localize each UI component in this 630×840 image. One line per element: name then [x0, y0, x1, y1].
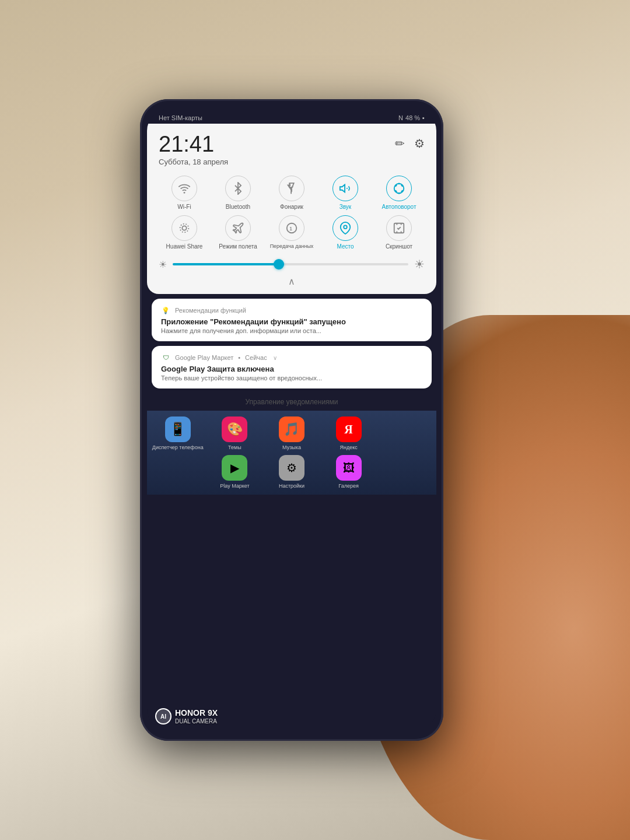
huawei-share-icon-wrap: [172, 215, 197, 241]
notif-app-name-0: Рекомендации функций: [175, 307, 246, 314]
app-icon-yandex[interactable]: Я Яндекс: [323, 416, 375, 450]
notif-header-0: 💡 Рекомендации функций: [161, 306, 422, 315]
toggle-airplane[interactable]: Режим полета: [212, 215, 264, 250]
qs-date: Суббота, 18 апреля: [159, 158, 228, 166]
edit-icon[interactable]: ✏: [395, 136, 405, 150]
manage-notifications-label: Управление уведомлениями: [245, 398, 338, 406]
qs-time-date: 21:41 Суббота, 18 апреля: [159, 133, 228, 166]
honor-camera: DUAL CAMERA: [175, 718, 218, 724]
app-icon-music[interactable]: 🎵 Музыка: [265, 416, 318, 450]
status-nfc: N: [398, 114, 403, 121]
collapse-arrow[interactable]: ∧: [159, 276, 425, 287]
toggle-location[interactable]: Место: [320, 215, 371, 250]
airplane-label: Режим полета: [219, 243, 257, 250]
brightness-track[interactable]: [173, 263, 408, 265]
status-bar: Нет SIM-карты N 48 % ▪: [147, 110, 436, 124]
notif-body-0: Нажмите для получения доп. информации ил…: [161, 327, 422, 334]
bluetooth-label: Bluetooth: [226, 204, 250, 211]
svg-point-6: [182, 226, 186, 230]
app-icon-dispatcher[interactable]: 📱 Диспетчер телефона: [152, 416, 204, 450]
toggle-autorotate[interactable]: Автоповорот: [373, 176, 425, 211]
honor-model: HONOR 9X: [175, 708, 218, 718]
app-icon-playmarket[interactable]: ▶ Play Маркет: [209, 455, 261, 489]
notification-card-1[interactable]: 🛡 Google Play Маркет • Сейчас ∨ Google P…: [152, 346, 432, 388]
playmarket-label: Play Маркет: [220, 483, 249, 489]
phone-screen: Нет SIM-карты N 48 % ▪ 21:41 Суббота, 18…: [147, 110, 436, 730]
notif-app-icon-1: 🛡: [161, 353, 170, 362]
autorotate-icon: [393, 182, 405, 195]
yandex-icon: Я: [336, 416, 362, 442]
flashlight-label: Фонарик: [280, 204, 303, 211]
playmarket-icon: ▶: [222, 455, 247, 481]
notification-card-0[interactable]: 💡 Рекомендации функций Приложение "Реком…: [152, 299, 432, 341]
status-battery: 48 %: [405, 114, 420, 121]
svg-point-10: [344, 225, 347, 229]
battery-icon: ▪: [422, 114, 425, 121]
notif-dot: •: [238, 354, 240, 361]
autorotate-label: Автоповорот: [382, 204, 416, 211]
qs-header-icons: ✏ ⚙: [395, 136, 425, 150]
screenshot-label: Скриншот: [386, 243, 412, 250]
huawei-share-label: Huawei Share: [166, 243, 203, 250]
music-icon: 🎵: [279, 416, 304, 442]
toggle-bluetooth[interactable]: Bluetooth: [212, 176, 264, 211]
location-icon-wrap: [332, 215, 358, 241]
app-icon-settings[interactable]: ⚙ Настройки: [265, 455, 318, 489]
manage-notifications[interactable]: Управление уведомлениями: [152, 393, 432, 411]
sound-icon-wrap: [332, 176, 358, 201]
empty-icon2: [165, 455, 191, 481]
app-icon-empty2: [152, 455, 204, 489]
gallery-icon: 🖼: [336, 455, 362, 481]
svg-point-3: [394, 184, 404, 194]
app-icon-themes[interactable]: 🎨 Темы: [209, 416, 261, 450]
screenshot-icon-wrap: [386, 215, 412, 241]
empty-icon: [393, 416, 418, 442]
toggle-sound[interactable]: Звук: [320, 176, 371, 211]
toggle-huawei-share[interactable]: Huawei Share: [159, 215, 210, 250]
flashlight-icon: [285, 182, 298, 195]
home-screen: 📱 Диспетчер телефона 🎨 Темы 🎵 Музыка Я Я…: [147, 411, 436, 495]
autorotate-icon-wrap: [386, 176, 412, 201]
notif-title-0: Приложение "Рекомендации функций" запуще…: [161, 317, 422, 326]
honor-watermark: AI HONOR 9X DUAL CAMERA: [155, 708, 218, 724]
brightness-row: ☀ ☀: [159, 257, 425, 271]
brightness-high-icon: ☀: [414, 257, 425, 271]
honor-text-block: HONOR 9X DUAL CAMERA: [175, 708, 218, 724]
toggle-data-transfer[interactable]: 1 Передача данных: [266, 215, 317, 250]
bluetooth-icon: [232, 182, 244, 195]
flashlight-icon-wrap: [279, 176, 304, 201]
brightness-low-icon: ☀: [159, 259, 167, 270]
toggle-flashlight[interactable]: Фонарик: [266, 176, 317, 211]
notif-body-1: Теперь ваше устройство защищено от вредо…: [161, 374, 422, 382]
settings-label: Настройки: [279, 483, 304, 489]
data-transfer-icon: 1: [285, 222, 298, 235]
quick-settings-panel: 21:41 Суббота, 18 апреля ✏ ⚙: [147, 124, 436, 294]
music-label: Музыка: [282, 444, 301, 450]
screenshot-icon: [393, 222, 405, 235]
data-transfer-label: Передача данных: [270, 243, 314, 250]
brightness-thumb: [274, 259, 284, 270]
app-icon-gallery[interactable]: 🖼 Галерея: [323, 455, 375, 489]
wifi-icon: [178, 182, 191, 195]
gallery-label: Галерея: [338, 483, 359, 489]
qs-time: 21:41: [159, 133, 228, 155]
svg-text:1: 1: [289, 226, 292, 232]
settings-icon: ⚙: [279, 455, 304, 481]
notifications-area: 💡 Рекомендации функций Приложение "Реком…: [147, 299, 436, 411]
toggle-wifi[interactable]: Wi-Fi: [159, 176, 210, 211]
app-icon-empty1: [379, 416, 432, 450]
status-sim: Нет SIM-карты: [159, 114, 202, 121]
bluetooth-icon-wrap: [225, 176, 251, 201]
sound-label: Звук: [340, 204, 352, 211]
huawei-share-icon: [178, 222, 191, 235]
airplane-icon-wrap: [225, 215, 251, 241]
notif-expand-icon[interactable]: ∨: [273, 355, 277, 361]
phone-frame: Нет SIM-карты N 48 % ▪ 21:41 Суббота, 18…: [140, 99, 443, 741]
wifi-icon-wrap: [172, 176, 197, 201]
settings-icon[interactable]: ⚙: [414, 136, 425, 150]
status-right: N 48 % ▪: [398, 114, 425, 121]
chevron-up-icon: ∧: [288, 276, 295, 287]
toggle-screenshot[interactable]: Скриншот: [373, 215, 425, 250]
yandex-label: Яндекс: [340, 444, 357, 450]
notif-app-icon-0: 💡: [161, 306, 170, 315]
